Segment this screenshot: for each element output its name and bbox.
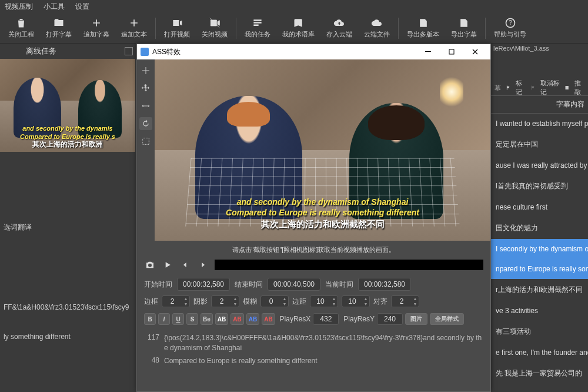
- bg-subtitle-1: and secondly by the dynamis: [2, 125, 133, 132]
- subtitle-item[interactable]: nese culture first: [491, 197, 588, 217]
- capture-button[interactable]: [144, 259, 156, 271]
- export-multi-button[interactable]: 导出多版本: [401, 16, 445, 40]
- shadow-spinner[interactable]: ▲▼: [211, 295, 239, 307]
- image-button[interactable]: 图片: [405, 313, 427, 325]
- current-time-input[interactable]: 00:00:32,580: [358, 278, 411, 291]
- export-icon: [458, 17, 470, 29]
- spacing-right-spinner[interactable]: ▲▼: [342, 295, 370, 307]
- playresy-input[interactable]: [377, 313, 403, 325]
- subtitle-item[interactable]: ve 3 activities: [491, 301, 588, 321]
- blur-spinner[interactable]: ▲▼: [260, 295, 289, 307]
- spacing-left-spinner[interactable]: ▲▼: [310, 295, 338, 307]
- be-button[interactable]: Be: [201, 313, 213, 325]
- subtitle-item[interactable]: I wanted to establish myself per: [491, 114, 588, 134]
- export-subtitle-button[interactable]: 导出字幕: [445, 16, 483, 40]
- end-time-label: 结束时间: [235, 280, 263, 290]
- ass-effects-dialog: ASS特效 and secondly by the dynamism of Sh…: [136, 44, 491, 392]
- cloud-up-icon: [333, 17, 345, 29]
- shadow-label: 阴影: [193, 297, 208, 307]
- subtitle-item[interactable]: e first one, I'm the founder and th: [491, 343, 588, 363]
- rotate-icon[interactable]: [139, 117, 152, 130]
- progress-bar[interactable]: [215, 260, 483, 270]
- subtitle-item[interactable]: 国文化的魅力: [491, 217, 588, 239]
- prev-button[interactable]: [179, 259, 191, 271]
- svg-rect-2: [425, 51, 431, 52]
- main-toolbar: 关闭工程 打开字幕 追加字幕 追加文本 打开视频 关闭视频 我的任务 我的术语库…: [0, 13, 588, 44]
- color-secondary-button[interactable]: AB: [230, 313, 243, 325]
- global-style-button[interactable]: 全局样式: [430, 313, 464, 325]
- bold-button[interactable]: B: [144, 313, 156, 325]
- plus-icon: [128, 17, 140, 29]
- line-text: Compared to Europe is really something d…: [164, 356, 483, 366]
- list-check-icon: [252, 17, 263, 29]
- current-time-label: 当前时间: [325, 280, 353, 290]
- menu-video[interactable]: 视频压制: [5, 2, 33, 12]
- subtitle-item[interactable]: I secondly by the dynamism of Sh: [491, 239, 588, 259]
- code-lines: 117{\pos(214.2,183.3)\c&H00FFFF&\1a&H00&…: [137, 328, 490, 371]
- save-cloud-button[interactable]: 存入云端: [320, 16, 358, 40]
- align-spinner[interactable]: ▲▼: [391, 295, 419, 307]
- flag-icon: [506, 84, 511, 91]
- line-number: 117: [144, 333, 159, 354]
- top-menu: 视频压制 小工具 设置: [0, 0, 588, 13]
- start-time-input[interactable]: 00:00:32,580: [177, 278, 230, 291]
- next-button[interactable]: [197, 259, 209, 271]
- border-spinner[interactable]: ▲▼: [162, 295, 190, 307]
- offline-tasks-pane: 离线任务 and secondly by the dynamis Compare…: [0, 44, 135, 347]
- subtitle-item[interactable]: 先 我是上海一家贸易公司的: [491, 363, 588, 384]
- close-video-button[interactable]: 关闭视频: [196, 16, 233, 40]
- color-primary-button[interactable]: AB: [215, 313, 228, 325]
- menu-settings[interactable]: 设置: [75, 2, 89, 12]
- open-subtitle-button[interactable]: 打开字幕: [40, 16, 78, 40]
- dialog-titlebar[interactable]: ASS特效: [137, 44, 490, 59]
- subtitle-item[interactable]: l首先我真的深切感受到: [491, 175, 588, 197]
- add-subtitle-button[interactable]: 追加字幕: [78, 16, 115, 40]
- subtitle-item[interactable]: npared to Europe is really someth: [491, 259, 588, 279]
- video-preview[interactable]: and secondly by the dynamism of Shanghai…: [155, 59, 490, 241]
- svg-rect-4: [143, 138, 149, 145]
- book-icon: [564, 84, 570, 91]
- background-preview: and secondly by the dynamis Compared to …: [0, 59, 135, 152]
- play-button[interactable]: [162, 259, 173, 271]
- my-glossary-button[interactable]: 我的术语库: [276, 16, 320, 40]
- subtitle-item[interactable]: r上海的活力和欧洲截然不同: [491, 279, 588, 301]
- strike-button[interactable]: S: [186, 313, 198, 325]
- open-video-button[interactable]: 打开视频: [158, 16, 196, 40]
- subtitle-list[interactable]: I wanted to establish myself per定定居在中国au…: [491, 114, 588, 384]
- playresy-label: PlayResY: [343, 315, 375, 323]
- close-button[interactable]: [463, 44, 487, 59]
- horizontal-icon[interactable]: [139, 99, 152, 112]
- color-outline-button[interactable]: AB: [246, 313, 259, 325]
- crosshair-icon[interactable]: [139, 64, 152, 77]
- playresx-label: PlayResX: [280, 315, 311, 323]
- playresx-input[interactable]: [313, 313, 339, 325]
- code-line[interactable]: 48Compared to Europe is really something…: [144, 355, 483, 367]
- help-button[interactable]: ?帮助与引导: [488, 16, 532, 40]
- preview-subtitle-2: Compared to Europe is really something d…: [155, 208, 490, 217]
- unmark-button[interactable]: 取消标记: [540, 79, 560, 97]
- subtitle-item[interactable]: 定定居在中国: [491, 134, 588, 155]
- push-button[interactable]: 推敲: [574, 79, 584, 97]
- underline-button[interactable]: U: [172, 313, 184, 325]
- italic-button[interactable]: I: [158, 313, 170, 325]
- video-off-icon: [209, 17, 220, 29]
- preview-side-tools: [137, 59, 155, 241]
- preview-subtitle-3: 其次上海的活力和欧洲截然不同: [155, 219, 490, 230]
- color-shadow-button[interactable]: AB: [262, 313, 275, 325]
- subtitle-item[interactable]: ause I was really attracted by: [491, 155, 588, 175]
- start-time-label: 开始时间: [144, 280, 172, 290]
- blur-label: 模糊: [243, 297, 257, 307]
- bounds-icon[interactable]: [139, 135, 152, 148]
- code-line[interactable]: 117{\pos(214.2,183.3)\c&H00FFFF&\1a&H00&…: [144, 332, 483, 355]
- move-icon[interactable]: [139, 82, 152, 95]
- close-project-button[interactable]: 关闭工程: [2, 16, 40, 40]
- maximize-button[interactable]: [440, 44, 463, 59]
- menu-tools[interactable]: 小工具: [44, 2, 65, 12]
- cloud-files-button[interactable]: 云端文件: [358, 16, 396, 40]
- minimize-button[interactable]: [416, 44, 440, 59]
- end-time-input[interactable]: 00:00:40,500: [268, 278, 320, 291]
- mark-button[interactable]: 标记: [516, 79, 526, 97]
- subtitle-item[interactable]: 有三项活动: [491, 321, 588, 343]
- add-text-button[interactable]: 追加文本: [115, 16, 153, 40]
- my-tasks-button[interactable]: 我的任务: [239, 16, 276, 40]
